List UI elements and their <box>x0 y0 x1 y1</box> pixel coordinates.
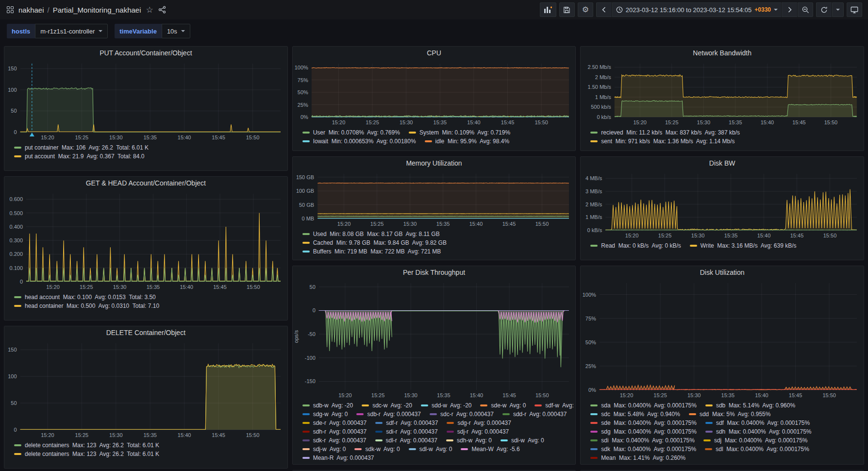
panel-title[interactable]: PUT Account/Container/Object <box>4 47 287 59</box>
star-icon[interactable]: ☆ <box>146 6 153 14</box>
time-series-chart[interactable]: 0 kb/s500 kb/s1 Mb/s1.50 Mb/s2 Mb/s2.50 … <box>581 59 864 127</box>
legend-item[interactable]: sdg-r Avg: 0.000437 <box>447 419 511 427</box>
legend-item[interactable]: recieved Min: 11.2 kb/s Max: 837 kb/s Av… <box>590 128 740 137</box>
y-axis-label: 0 <box>14 427 17 433</box>
time-series-chart[interactable]: 05010015015:2015:2515:3015:3515:4015:451… <box>4 59 287 142</box>
legend-item[interactable]: idle Min: 95.9% Avg: 98.4% <box>425 137 510 146</box>
legend-item[interactable]: sdi Max: 0.0400% Avg: 0.000175% <box>590 436 695 445</box>
panel-title[interactable]: GET & HEAD Account/Container/Object <box>4 177 287 189</box>
legend-text: sdk-w Avg: 0 <box>365 445 400 454</box>
legend-item[interactable]: sdf-w Avg: 0 <box>534 401 576 410</box>
legend-item[interactable]: sde-r Avg: 0.000437 <box>302 419 367 427</box>
legend-item[interactable]: sdb Max: 5.14% Avg: 0.960% <box>705 401 795 410</box>
annotation-marker-icon[interactable] <box>30 133 34 136</box>
legend-item[interactable]: sdg Max: 0.0400% Avg: 0.000175% <box>590 427 697 436</box>
legend-item[interactable]: sde Max: 0.0400% Avg: 0.000175% <box>590 419 697 427</box>
time-shift-back-button[interactable] <box>596 2 612 17</box>
legend-item[interactable]: Read Max: 0 kB/s Avg: 0 kB/s <box>590 241 681 250</box>
save-dashboard-button[interactable] <box>559 2 575 17</box>
legend-item[interactable]: sdf-r Avg: 0.000437 <box>375 419 438 427</box>
legend-item[interactable]: sdk-r Avg: 0.000437 <box>302 436 367 445</box>
legend-item[interactable]: sdd-w Avg: -20 <box>421 401 472 410</box>
y-axis-label: 0.300 <box>9 237 23 243</box>
panel-title[interactable]: Disk BW <box>581 157 864 169</box>
legend-item[interactable]: sdb-w Avg: -20 <box>302 401 353 410</box>
legend-item[interactable]: sdj-r Avg: 0.000437 <box>447 427 509 436</box>
legend-item[interactable]: sdk-w Avg: 0 <box>354 445 400 454</box>
legend-item[interactable]: sdc Max: 5.48% Avg: 0.940% <box>590 410 680 419</box>
legend-item[interactable]: sdj Max: 0.0400% Avg: 0.000175% <box>703 436 808 445</box>
legend-item[interactable]: sdh-r Avg: 0.000437 <box>302 427 367 436</box>
tv-mode-button[interactable] <box>847 2 862 17</box>
legend-item[interactable]: sent Min: 971 kb/s Max: 1.36 Mb/s Avg: 1… <box>590 137 734 146</box>
share-icon[interactable] <box>158 6 166 14</box>
x-axis-label: 15:40 <box>180 284 193 290</box>
series-line <box>600 389 857 390</box>
x-axis-label: 15:45 <box>501 119 514 125</box>
time-controls: 2023-03-12 15:16:00 to 2023-03-12 15:54:… <box>596 2 813 17</box>
legend-item[interactable]: Write Max: 3.16 MB/s Avg: 639 kB/s <box>690 241 797 250</box>
legend-item[interactable]: delete containers Max: 123 Avg: 26.2 Tot… <box>14 441 159 450</box>
legend-item[interactable]: Mean-R Avg: 0.000437 <box>302 454 374 462</box>
legend-item[interactable]: sdi-r Avg: 0.000437 <box>375 427 438 436</box>
legend-item[interactable]: sdg-w Avg: 0 <box>302 410 348 419</box>
panel-title[interactable]: Per Disk Throughput <box>293 266 576 279</box>
legend-item[interactable]: put account Max: 21.9 Avg: 0.367 Total: … <box>14 152 144 161</box>
refresh-button[interactable] <box>816 2 832 17</box>
panel-title[interactable]: Disk Utilization <box>581 266 864 279</box>
legend-item[interactable]: sdb-r Avg: 0.000437 <box>356 410 421 419</box>
legend-item[interactable]: sdc-w Avg: -20 <box>362 401 412 410</box>
panel-title[interactable]: Network Bandwidth <box>581 47 864 59</box>
legend-item[interactable]: sdl-r Avg: 0.000437 <box>375 436 438 445</box>
legend-item[interactable]: Mean Max: 1.41% Avg: 0.260% <box>590 454 685 462</box>
monitor-icon <box>851 6 858 14</box>
legend-item[interactable]: sdh-w Avg: 0 <box>446 436 492 445</box>
time-series-chart[interactable]: 05010015015:2015:2515:3015:3515:4015:451… <box>4 339 287 440</box>
legend-item[interactable]: Cached Min: 9.78 GB Max: 9.84 GB Avg: 9.… <box>302 238 447 247</box>
legend-item[interactable]: sdl-w Avg: 0 <box>409 445 452 454</box>
legend-item[interactable]: head account Max: 0.100 Avg: 0.0153 Tota… <box>14 293 156 302</box>
time-series-chart[interactable]: 0 MB50 GB100 GB150 GB15:2015:2515:3015:3… <box>293 169 576 229</box>
legend-item[interactable]: delete containers Max: 123 Avg: 26.2 Tot… <box>14 450 159 458</box>
dashboards-grid-icon[interactable] <box>7 6 14 13</box>
variable-value-dropdown[interactable]: 10s <box>162 24 190 38</box>
legend-swatch <box>690 245 697 247</box>
panel-title[interactable]: DELETE Container/Object <box>4 326 287 339</box>
legend-item[interactable]: sdk Max: 0.0400% Avg: 0.000175% <box>590 445 696 454</box>
zoom-out-time-button[interactable] <box>798 2 813 17</box>
legend-item[interactable]: put container Max: 106 Avg: 26.2 Total: … <box>14 143 149 152</box>
add-panel-button[interactable] <box>540 2 556 17</box>
time-series-chart[interactable]: 0%25%50%75%100%15:2015:2515:3015:3515:40… <box>293 59 576 127</box>
legend-item[interactable]: Mean-W Avg: -5.6 <box>461 445 519 454</box>
time-shift-forward-button[interactable] <box>782 2 797 17</box>
panel-title[interactable]: CPU <box>293 47 576 59</box>
legend-item[interactable]: User Min: 0.0708% Avg: 0.769% <box>302 128 400 137</box>
legend-item[interactable]: sdh Max: 0.0400% Avg: 0.000175% <box>705 427 812 436</box>
breadcrumb-dashboard[interactable]: Partial_Monitoring_nakhaei <box>53 6 141 14</box>
dashboard-settings-button[interactable]: ⚙ <box>578 2 593 17</box>
legend-item[interactable]: sde-w Avg: 0 <box>480 401 526 410</box>
time-series-chart[interactable]: 500-50-100-15015:2015:2515:3015:3515:401… <box>293 279 576 400</box>
legend-item[interactable]: Buffers Min: 719 MB Max: 722 MB Avg: 721… <box>302 247 441 256</box>
panel-title[interactable]: Memory Utilization <box>293 157 576 169</box>
time-series-chart[interactable]: 0%25%50%75%100%15:2015:2515:3015:3515:40… <box>581 279 864 400</box>
legend-item[interactable]: sdd-r Avg: 0.000437 <box>502 410 567 419</box>
variable-value-dropdown[interactable]: m-r1z1s1-controller <box>35 24 108 38</box>
legend-item[interactable]: sdl Max: 0.0400% Avg: 0.000175% <box>705 445 809 454</box>
legend-item[interactable]: sdf Max: 0.0400% Avg: 0.000175% <box>705 419 810 427</box>
legend-item[interactable]: Used Min: 8.08 GB Max: 8.17 GB Avg: 8.11… <box>302 230 440 238</box>
legend-item[interactable]: sdi-w Avg: 0 <box>501 436 544 445</box>
legend-item[interactable]: System Min: 0.109% Avg: 0.719% <box>409 128 510 137</box>
breadcrumb-folder[interactable]: nakhaei <box>18 6 44 14</box>
legend-item[interactable]: sdc-r Avg: 0.000437 <box>430 410 494 419</box>
legend-item[interactable]: sda Max: 0.0400% Avg: 0.000175% <box>590 401 697 410</box>
legend-item[interactable]: sdd Max: 5% Avg: 0.955% <box>689 410 771 419</box>
time-series-chart[interactable]: 0 kB/s1 MB/s2 MB/s3 MB/s4 MB/s15:2015:25… <box>581 169 864 240</box>
legend-item[interactable]: head container Max: 0.500 Avg: 0.0310 To… <box>14 302 159 310</box>
refresh-interval-dropdown[interactable] <box>832 2 844 17</box>
legend-item[interactable]: Iowait Min: 0.000653% Avg: 0.00180% <box>302 137 416 146</box>
time-series-chart[interactable]: 00.1000.2000.3000.4000.5000.60015:2015:2… <box>4 189 287 292</box>
legend-item[interactable]: sdj-w Avg: 0 <box>302 445 346 454</box>
time-range-picker[interactable]: 2023-03-12 15:16:00 to 2023-03-12 15:54:… <box>612 2 781 17</box>
x-axis-label: 15:25 <box>370 221 384 227</box>
